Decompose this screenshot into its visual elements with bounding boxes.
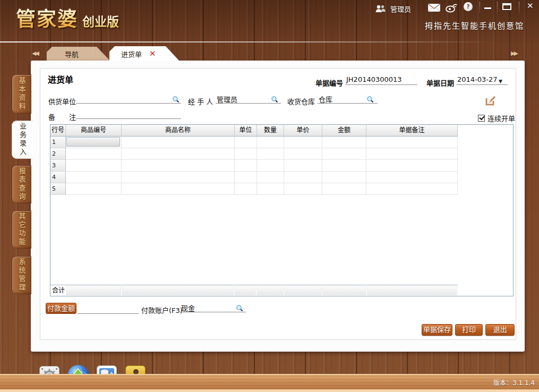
col-header-unit[interactable]: 单位: [235, 125, 257, 136]
tab-purchase-order[interactable]: 进货单 ✕: [109, 46, 179, 61]
tab-close-icon[interactable]: ✕: [149, 50, 156, 58]
logo-main-text: 管家婆: [16, 8, 78, 31]
product-name-cell[interactable]: [122, 148, 235, 160]
row-number-cell: 5: [50, 183, 66, 195]
col-header-quantity[interactable]: 数量: [257, 125, 284, 136]
product-code-cell[interactable]: [66, 172, 122, 183]
total-unit-cell: [234, 286, 256, 295]
unit-cell[interactable]: [235, 160, 257, 172]
continuous-billing-checkbox[interactable]: [478, 115, 485, 122]
tab-scroll-right[interactable]: ▶▶: [511, 50, 517, 57]
warehouse-label: 收货仓库: [287, 96, 315, 106]
product-name-cell[interactable]: [122, 183, 235, 195]
product-code-cell[interactable]: [66, 183, 122, 195]
table-header-row: 行号 商品编号 商品名称 单位 数量 单价 金额 单据备注: [50, 125, 458, 137]
bottom-edge-strip: [0, 389, 539, 392]
app-logo: 管家婆创业版: [16, 3, 119, 32]
unit-price-cell[interactable]: [284, 160, 322, 172]
product-code-cell[interactable]: [66, 148, 122, 160]
quantity-cell[interactable]: [257, 148, 284, 160]
product-name-cell[interactable]: [122, 172, 235, 183]
amount-cell[interactable]: [322, 160, 366, 172]
supplier-field[interactable]: [76, 94, 181, 104]
doc-remark-cell[interactable]: [366, 183, 458, 195]
total-amount-cell: [322, 286, 366, 295]
warehouse-lookup-icon[interactable]: [366, 96, 374, 103]
unit-price-cell[interactable]: [284, 183, 322, 195]
table-row[interactable]: 5: [50, 183, 458, 195]
handler-lookup-icon[interactable]: [271, 96, 278, 103]
amount-cell[interactable]: [322, 137, 366, 148]
total-product-name-cell: [122, 286, 234, 295]
selected-cell[interactable]: [66, 137, 120, 147]
payment-amount-button[interactable]: 付款金额: [46, 303, 76, 314]
doc-remark-cell[interactable]: [366, 137, 458, 148]
sidebar-item-business-entry[interactable]: 业务录入: [12, 121, 33, 159]
table-row[interactable]: 4: [50, 172, 458, 183]
row-number-cell: 4: [50, 172, 66, 183]
unit-cell[interactable]: [235, 148, 257, 160]
tab-navigation[interactable]: 导航: [47, 47, 110, 61]
col-header-unit-price[interactable]: 单价: [284, 125, 322, 136]
print-button[interactable]: 打印: [455, 324, 483, 336]
sidebar-item-label: 报表查询: [17, 167, 27, 201]
col-header-amount[interactable]: 金额: [322, 125, 366, 136]
save-button[interactable]: 单据保存: [422, 324, 452, 336]
sidebar-item-other-functions[interactable]: 其它功能: [12, 210, 31, 249]
amount-cell[interactable]: [322, 183, 366, 195]
col-header-product-name[interactable]: 商品名称: [122, 125, 235, 136]
current-user[interactable]: 管理员: [375, 4, 411, 14]
weibo-icon[interactable]: [445, 3, 458, 13]
supplier-lookup-icon[interactable]: [172, 96, 179, 103]
table-row[interactable]: 2: [50, 148, 458, 160]
col-header-product-code[interactable]: 商品编号: [66, 125, 122, 136]
sidebar-item-report-query[interactable]: 报表查询: [12, 165, 31, 203]
product-name-cell[interactable]: [122, 160, 235, 172]
date-dropdown-icon[interactable]: ▼: [499, 79, 502, 84]
user-name-label: 管理员: [390, 4, 411, 14]
maximize-button[interactable]: [502, 3, 511, 10]
unit-cell[interactable]: [235, 183, 257, 195]
doc-remark-cell[interactable]: [366, 148, 458, 160]
quantity-cell[interactable]: [257, 183, 284, 195]
table-row[interactable]: 1: [50, 137, 458, 148]
payment-account-lookup-icon[interactable]: [236, 304, 243, 312]
col-header-doc-remark[interactable]: 单据备注: [366, 125, 458, 136]
quantity-cell[interactable]: [257, 160, 284, 172]
unit-cell[interactable]: [235, 137, 257, 148]
col-header-row-no[interactable]: 行号: [50, 125, 66, 136]
unit-price-cell[interactable]: [284, 137, 322, 148]
product-code-cell[interactable]: [66, 137, 122, 148]
continuous-billing-label: 连续开单: [487, 113, 515, 123]
tab-scroll-left[interactable]: ◀◀: [32, 50, 38, 57]
page-title: 进货单: [48, 73, 73, 86]
doc-remark-cell[interactable]: [366, 172, 458, 183]
unit-cell[interactable]: [235, 172, 257, 183]
product-code-cell[interactable]: [66, 160, 122, 172]
exit-button[interactable]: 退出: [485, 324, 515, 336]
sidebar-item-basic-data[interactable]: 基本资料: [12, 74, 31, 114]
logo-sub-text: 创业版: [82, 15, 119, 29]
doc-remark-cell[interactable]: [366, 160, 458, 172]
minimize-button[interactable]: [484, 7, 491, 9]
table-row[interactable]: 3: [50, 160, 458, 172]
payment-amount-field[interactable]: [78, 304, 139, 314]
quantity-cell[interactable]: [257, 137, 284, 148]
table-empty-space: [50, 195, 513, 285]
payment-account-label: 付款账户(F3): [141, 305, 183, 315]
doc-no-field[interactable]: JH20140300013: [345, 75, 417, 85]
edit-icon[interactable]: [484, 95, 497, 107]
title-bar: 管家婆创业版 管理员 ? ✕ 拇指先生智能手机创意馆: [0, 0, 539, 42]
sidebar-item-system-management[interactable]: 系统管理: [12, 256, 31, 294]
help-icon[interactable]: ?: [464, 2, 473, 11]
unit-price-cell[interactable]: [284, 148, 322, 160]
mail-icon[interactable]: [428, 4, 440, 12]
close-button[interactable]: ✕: [527, 1, 534, 11]
amount-cell[interactable]: [322, 172, 366, 183]
unit-price-cell[interactable]: [284, 172, 322, 183]
amount-cell[interactable]: [322, 148, 366, 160]
product-name-cell[interactable]: [122, 137, 235, 148]
quantity-cell[interactable]: [257, 172, 284, 183]
remark-field[interactable]: [76, 109, 181, 119]
sidebar-item-label: 系统管理: [17, 258, 27, 292]
